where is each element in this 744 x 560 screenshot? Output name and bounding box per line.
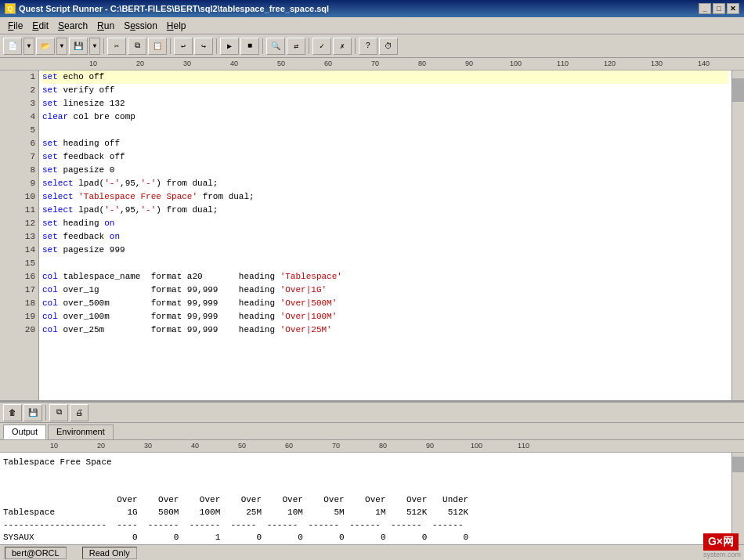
separator-6 (355, 38, 356, 54)
menu-session[interactable]: Session (119, 19, 162, 33)
replace-button[interactable]: ⇄ (287, 38, 305, 55)
editor-text[interactable]: set echo offset verify offset linesize 1… (39, 70, 731, 400)
output-content: 10 20 30 40 50 60 70 80 90 100 110 Table… (0, 440, 744, 544)
code-line: set feedback off (42, 150, 728, 164)
editor-content: 1234567891011121314151617181920 set echo… (0, 70, 744, 400)
out-sep-1 (45, 405, 46, 421)
output-toolbar: 🗑 💾 ⧉ 🖨 (0, 403, 744, 423)
save-button[interactable]: 💾 (69, 38, 88, 55)
code-line: col over_100m format 99,999 heading 'Ove… (42, 310, 728, 323)
status-user-text: bert@ORCL (12, 548, 60, 558)
line-number: 14 (0, 244, 38, 257)
output-copy-button[interactable]: ⧉ (49, 404, 68, 421)
code-line: col tablespace_name format a20 heading '… (42, 270, 728, 284)
line-number: 12 (0, 217, 38, 230)
output-text: Tablespace Free Space Over Over Over Ove… (0, 453, 731, 544)
title-bar-controls[interactable]: _ □ ✕ (699, 3, 739, 14)
status-mode-text: Read Only (89, 548, 130, 558)
line-number: 20 (0, 323, 38, 337)
line-number: 6 (0, 137, 38, 150)
stop-button[interactable]: ■ (240, 38, 259, 55)
output-line (3, 468, 728, 481)
toolbar: 📄 ▼ 📂 ▼ 💾 ▼ ✂ ⧉ 📋 ↩ ↪ ▶ ■ 🔍 ⇄ ✓ ✗ ? ⏱ (0, 34, 744, 58)
open-dropdown[interactable]: ▼ (56, 38, 67, 55)
separator-2 (170, 38, 171, 54)
line-number: 2 (0, 84, 38, 97)
output-scrollbar[interactable] (731, 453, 744, 544)
app-icon: Q (5, 3, 16, 14)
code-line: set pagesize 0 (42, 164, 728, 177)
code-line: set heading off (42, 137, 728, 150)
output-ruler: 10 20 30 40 50 60 70 80 90 100 110 (0, 440, 744, 453)
maximize-button[interactable]: □ (713, 3, 725, 14)
line-number: 15 (0, 257, 38, 270)
code-line: select lpad('-',95,'-') from dual; (42, 177, 728, 190)
menu-run[interactable]: Run (92, 19, 119, 33)
explain-button[interactable]: ? (359, 38, 377, 55)
tab-output[interactable]: Output (3, 425, 46, 439)
copy-button[interactable]: ⧉ (128, 38, 146, 55)
watermark-text: system.com (703, 551, 741, 558)
editor-section: 10 20 30 40 50 60 70 80 90 100 110 120 1… (0, 58, 744, 403)
code-line: set feedback on (42, 230, 728, 244)
code-line (42, 257, 728, 270)
code-line: col over_1g format 99,999 heading 'Over|… (42, 284, 728, 297)
menu-file[interactable]: File (3, 19, 27, 33)
new-button[interactable]: 📄 (3, 38, 22, 55)
code-line: select lpad('-',95,'-') from dual; (42, 204, 728, 217)
line-number: 19 (0, 310, 38, 323)
line-numbers: 1234567891011121314151617181920 (0, 70, 39, 400)
separator-5 (309, 38, 309, 54)
title-bar: Q Quest Script Runner - C:\BERT-FILES\BE… (0, 0, 744, 17)
output-line: Tablespace Free Space (3, 456, 728, 468)
undo-button[interactable]: ↩ (174, 38, 193, 55)
code-line: set pagesize 999 (42, 244, 728, 257)
menu-help[interactable]: Help (162, 19, 191, 33)
search-button[interactable]: 🔍 (266, 38, 285, 55)
line-number: 10 (0, 190, 38, 204)
watermark: G×网 system.com (703, 533, 741, 558)
menu-bar: File Edit Search Run Session Help (0, 17, 744, 34)
line-number: 5 (0, 124, 38, 137)
status-mode: Read Only (82, 547, 137, 559)
output-inner: Tablespace Free Space Over Over Over Ove… (0, 453, 744, 544)
line-number: 9 (0, 177, 38, 190)
history-button[interactable]: ⏱ (379, 38, 398, 55)
output-print-button[interactable]: 🖨 (70, 404, 88, 421)
save-dropdown[interactable]: ▼ (89, 38, 100, 55)
status-bar: bert@ORCL Read Only (0, 544, 744, 560)
line-number: 3 (0, 97, 38, 110)
separator-1 (103, 38, 104, 54)
output-save-button[interactable]: 💾 (23, 404, 42, 421)
status-user: bert@ORCL (5, 547, 67, 559)
line-number: 8 (0, 164, 38, 177)
tab-environment[interactable]: Environment (48, 425, 114, 439)
separator-4 (262, 38, 263, 54)
output-clear-button[interactable]: 🗑 (3, 404, 22, 421)
rollback-button[interactable]: ✗ (333, 38, 352, 55)
line-number: 16 (0, 270, 38, 284)
code-line: col over_25m format 99,999 heading 'Over… (42, 323, 728, 337)
editor-scrollbar[interactable] (731, 70, 744, 400)
open-button[interactable]: 📂 (36, 38, 55, 55)
new-dropdown[interactable]: ▼ (23, 38, 34, 55)
code-line: set linesize 132 (42, 97, 728, 110)
close-button[interactable]: ✕ (727, 3, 739, 14)
line-number: 17 (0, 284, 38, 297)
editor-ruler: 10 20 30 40 50 60 70 80 90 100 110 120 1… (0, 58, 744, 70)
menu-search[interactable]: Search (53, 19, 92, 33)
main-container: 10 20 30 40 50 60 70 80 90 100 110 120 1… (0, 58, 744, 544)
minimize-button[interactable]: _ (699, 3, 711, 14)
menu-edit[interactable]: Edit (27, 19, 53, 33)
code-line: col over_500m format 99,999 heading 'Ove… (42, 297, 728, 310)
output-line: Over Over Over Over Over Over Over Over … (3, 493, 728, 506)
line-number: 13 (0, 230, 38, 244)
run-button[interactable]: ▶ (220, 38, 239, 55)
cut-button[interactable]: ✂ (107, 38, 126, 55)
code-line (42, 124, 728, 137)
output-line (3, 481, 728, 493)
commit-button[interactable]: ✓ (312, 38, 331, 55)
redo-button[interactable]: ↪ (194, 38, 213, 55)
paste-button[interactable]: 📋 (148, 38, 167, 55)
output-line: UNDOTBS1 0 0 1 0 1 0 2 1 4 (3, 544, 728, 544)
